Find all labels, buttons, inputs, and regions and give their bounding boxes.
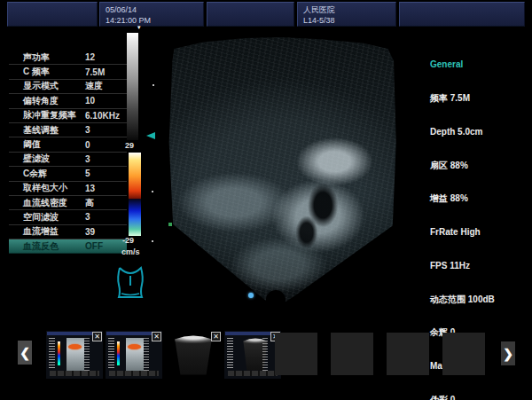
param-row-wall-filter[interactable]: 壁滤波3 bbox=[9, 153, 127, 167]
param-value: 7.5M bbox=[85, 67, 127, 77]
param-row-flow-invert-selected[interactable]: 血流反色OFF bbox=[9, 239, 127, 254]
param-row-acoustic-power[interactable]: 声功率12 bbox=[9, 51, 127, 65]
thumb-doppler-blob bbox=[128, 344, 141, 349]
empty-thumbnail-slot bbox=[442, 333, 485, 375]
thumb-text-column bbox=[49, 338, 55, 370]
thumbnail-doppler-capture-2[interactable]: ✕ bbox=[106, 331, 162, 379]
thumbnail-sector-image[interactable]: ✕ bbox=[165, 331, 222, 379]
thumb-filmstrip-row bbox=[50, 371, 99, 376]
thumb-text-column bbox=[144, 338, 149, 372]
datetime-box: 05/06/14 14:21:00 PM bbox=[99, 2, 204, 27]
param-row-c-frequency[interactable]: C 频率7.5M bbox=[9, 65, 127, 79]
topbar-empty-box-3 bbox=[399, 2, 525, 27]
readout-frequency: 频率 7.5M bbox=[430, 93, 495, 105]
param-row-threshold[interactable]: 阈值0 bbox=[9, 137, 127, 152]
param-label: 血流增益 bbox=[9, 225, 85, 238]
focus-marker bbox=[168, 223, 172, 226]
doppler-parameter-list: 声功率12 C 频率7.5M 显示模式速度 偏转角度10 脉冲重复频率6.10K… bbox=[9, 51, 127, 254]
trackball-cursor bbox=[248, 293, 254, 298]
param-value: 13 bbox=[85, 184, 127, 193]
thumb-colorbar bbox=[58, 341, 60, 365]
chevron-right-icon: ❯ bbox=[503, 347, 513, 361]
close-icon[interactable]: ✕ bbox=[211, 332, 221, 341]
param-label: C 频率 bbox=[9, 66, 85, 78]
thumbnail-doppler-capture-1[interactable]: ✕ bbox=[46, 331, 103, 379]
readout-pseudocolor: 伪彩 0 bbox=[430, 395, 495, 400]
bar-marker-dot bbox=[152, 240, 153, 242]
close-icon[interactable]: ✕ bbox=[152, 332, 161, 341]
filmstrip-next-button[interactable]: ❯ bbox=[501, 341, 515, 365]
bar-marker-dot bbox=[153, 84, 154, 86]
color-doppler-bar bbox=[129, 153, 141, 236]
thumb-filmstrip-row bbox=[228, 371, 278, 376]
thumb-filmstrip-row bbox=[109, 371, 159, 376]
param-value: 12 bbox=[85, 52, 127, 62]
param-label: 血流反色 bbox=[9, 240, 85, 253]
thumb-text-column bbox=[227, 338, 233, 370]
param-value: 3 bbox=[85, 125, 127, 135]
close-icon[interactable]: ✕ bbox=[92, 332, 102, 341]
probe-notch bbox=[266, 290, 286, 310]
readout-depth: Depth 5.0cm bbox=[430, 127, 495, 138]
param-row-baseline[interactable]: 基线调整3 bbox=[9, 123, 127, 137]
grayscale-bar bbox=[127, 33, 138, 140]
preset-title: General bbox=[430, 59, 495, 71]
param-label: 偏转角度 bbox=[9, 95, 85, 107]
thumbnail-sector-capture[interactable]: ✕ bbox=[224, 331, 281, 379]
velocity-min-label: -29 bbox=[122, 236, 134, 245]
hospital-box: 人民医院 L14-5/38 bbox=[297, 2, 396, 27]
param-row-steer-angle[interactable]: 偏转角度10 bbox=[9, 94, 127, 108]
readout-dynamic-range: 动态范围 100dB bbox=[430, 294, 495, 306]
param-value: 10 bbox=[85, 96, 127, 106]
param-row-spatial-filter[interactable]: 空间滤波3 bbox=[9, 210, 127, 224]
thumb-colorbar bbox=[117, 341, 120, 365]
readout-frrate: FrRate High bbox=[430, 227, 495, 239]
hospital-label: 人民医院 bbox=[303, 5, 335, 14]
thumb-image bbox=[126, 338, 144, 373]
bar-marker-dot bbox=[152, 191, 153, 192]
param-row-prf[interactable]: 脉冲重复频率6.10KHz bbox=[9, 109, 127, 123]
ultrasound-image-area bbox=[165, 34, 397, 306]
param-label: 脉冲重复频率 bbox=[9, 109, 85, 122]
param-value: OFF bbox=[85, 241, 127, 251]
filmstrip-prev-button[interactable]: ❮ bbox=[18, 341, 32, 365]
chevron-left-icon: ❮ bbox=[20, 346, 30, 360]
param-label: 血流线密度 bbox=[9, 197, 85, 209]
param-label: 壁滤波 bbox=[9, 153, 85, 165]
topbar-empty-box-1 bbox=[7, 2, 98, 27]
thumb-doppler-blob bbox=[68, 344, 82, 349]
param-row-display-mode[interactable]: 显示模式速度 bbox=[9, 80, 127, 94]
probe-label: L14-5/38 bbox=[303, 16, 335, 25]
readout-fps: FPS 11Hz bbox=[430, 261, 495, 272]
param-value: 高 bbox=[85, 197, 127, 209]
param-row-c-persistence[interactable]: C余辉5 bbox=[9, 167, 127, 181]
empty-thumbnail-slot bbox=[275, 333, 317, 375]
thumb-text-column bbox=[262, 338, 268, 372]
param-value: 3 bbox=[85, 212, 127, 222]
topbar-empty-box-2 bbox=[207, 2, 294, 27]
thumb-text-column bbox=[108, 338, 114, 370]
body-mark-icon[interactable] bbox=[112, 264, 149, 302]
param-value: 3 bbox=[85, 154, 127, 164]
param-value: 速度 bbox=[85, 80, 127, 92]
param-label: 取样包大小 bbox=[9, 182, 85, 194]
param-row-packet-size[interactable]: 取样包大小13 bbox=[9, 182, 127, 196]
param-row-line-density[interactable]: 血流线密度高 bbox=[9, 196, 127, 210]
velocity-unit-label: cm/s bbox=[121, 247, 140, 256]
thumb-image bbox=[66, 338, 84, 373]
readout-sector: 扇区 88% bbox=[430, 161, 495, 172]
param-value: 39 bbox=[85, 227, 127, 237]
param-label: 基线调整 bbox=[9, 124, 85, 137]
b-mode-sector-image bbox=[165, 34, 397, 306]
param-value: 5 bbox=[85, 169, 127, 178]
thumb-text-column bbox=[84, 338, 90, 372]
caret-down-icon: ▾ bbox=[137, 24, 141, 30]
empty-thumbnail-slot bbox=[331, 333, 373, 375]
param-value: 6.10KHz bbox=[85, 111, 127, 121]
thumb-sector bbox=[170, 335, 216, 376]
param-value: 0 bbox=[85, 140, 127, 150]
param-label: 声功率 bbox=[9, 51, 85, 64]
date-label: 05/06/14 bbox=[106, 5, 137, 14]
param-row-color-gain[interactable]: 血流增益39 bbox=[9, 225, 127, 239]
param-label: 阈值 bbox=[9, 138, 85, 151]
